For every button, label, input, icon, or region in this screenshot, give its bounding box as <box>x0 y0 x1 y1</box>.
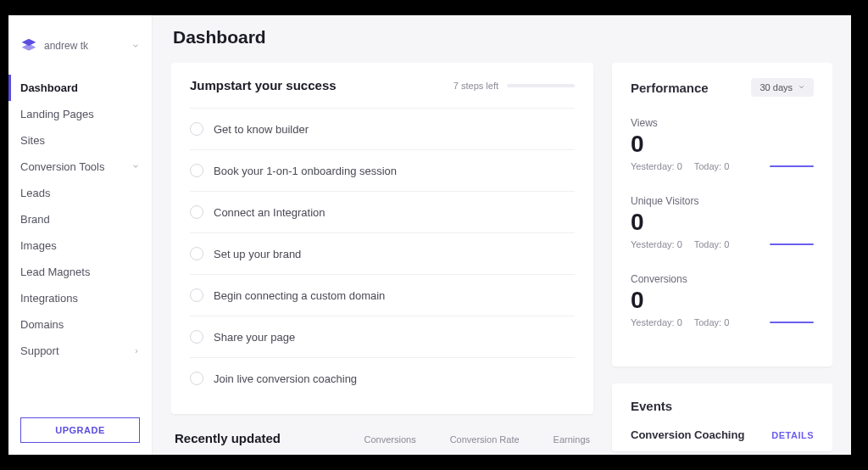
sidebar: andrew tk DashboardLanding PagesSitesCon… <box>8 15 153 455</box>
sidebar-item-label: Brand <box>20 213 50 226</box>
chevron-down-icon <box>131 160 140 173</box>
metric-label: Conversions <box>631 273 814 285</box>
date-range-label: 30 days <box>760 82 793 92</box>
metric-today: Today: 0 <box>694 161 730 171</box>
date-range-selector[interactable]: 30 days <box>751 78 814 97</box>
sidebar-item-brand[interactable]: Brand <box>8 206 152 232</box>
task-item[interactable]: Begin connecting a custom domain <box>190 274 575 316</box>
sidebar-item-label: Domains <box>20 318 64 331</box>
progress-bar <box>507 84 575 87</box>
column-header: Conversion Rate <box>450 434 520 445</box>
account-switcher[interactable]: andrew tk <box>8 27 152 75</box>
sidebar-item-label: Leads <box>20 187 50 199</box>
task-label: Set up your brand <box>214 248 301 260</box>
sidebar-item-domains[interactable]: Domains <box>8 311 152 338</box>
performance-title: Performance <box>631 81 709 95</box>
jumpstart-progress: 7 steps left <box>453 81 575 91</box>
checkbox-icon <box>190 122 203 136</box>
sidebar-item-label: Support <box>20 344 59 357</box>
sidebar-item-label: Conversion Tools <box>20 160 104 173</box>
metric-today: Today: 0 <box>694 317 730 327</box>
sidebar-item-label: Images <box>20 239 57 252</box>
recently-updated-section: Recently updated ConversionsConversion R… <box>171 431 593 445</box>
main-content: Dashboard Jumpstart your success 7 steps… <box>153 15 851 455</box>
checkbox-icon <box>190 164 203 177</box>
upgrade-button[interactable]: UPGRADE <box>20 417 140 443</box>
sidebar-item-label: Integrations <box>20 292 78 305</box>
task-item[interactable]: Join live conversion coaching <box>190 357 575 399</box>
account-name: andrew tk <box>44 40 125 52</box>
sidebar-item-images[interactable]: Images <box>8 232 152 259</box>
metric-label: Views <box>631 117 814 129</box>
checkbox-icon <box>190 247 203 260</box>
event-name: Conversion Coaching <box>631 428 744 441</box>
events-title: Events <box>631 399 814 413</box>
sidebar-item-dashboard[interactable]: Dashboard <box>8 75 152 101</box>
events-card: Events Conversion CoachingDETAILS <box>612 383 832 451</box>
task-label: Begin connecting a custom domain <box>214 289 385 302</box>
steps-left-text: 7 steps left <box>453 81 498 91</box>
task-item[interactable]: Book your 1-on-1 onboarding session <box>190 149 575 191</box>
task-item[interactable]: Set up your brand <box>190 232 575 274</box>
chevron-right-icon <box>133 344 140 357</box>
jumpstart-title: Jumpstart your success <box>190 78 337 92</box>
task-label: Connect an Integration <box>214 206 326 219</box>
task-label: Book your 1-on-1 onboarding session <box>214 165 397 177</box>
metric-today: Today: 0 <box>694 239 730 249</box>
sidebar-item-label: Landing Pages <box>20 108 94 120</box>
sidebar-item-label: Dashboard <box>20 81 78 94</box>
sidebar-nav: DashboardLanding PagesSitesConversion To… <box>8 75 152 364</box>
jumpstart-card: Jumpstart your success 7 steps left Get … <box>171 63 593 414</box>
sidebar-item-support[interactable]: Support <box>8 338 152 364</box>
page-title: Dashboard <box>173 27 832 48</box>
task-label: Share your page <box>214 331 295 344</box>
metric-value: 0 <box>631 210 814 234</box>
checkbox-icon <box>190 205 203 219</box>
sparkline <box>770 243 814 245</box>
logo-icon <box>20 37 37 54</box>
task-label: Get to know builder <box>214 123 309 136</box>
sidebar-item-lead-magnets[interactable]: Lead Magnets <box>8 259 152 285</box>
metric-value: 0 <box>631 132 814 156</box>
task-item[interactable]: Get to know builder <box>190 108 575 149</box>
column-header: Earnings <box>554 434 590 445</box>
checkbox-icon <box>190 330 203 344</box>
metric-block: Views0Yesterday: 0Today: 0 <box>631 117 814 171</box>
details-link[interactable]: DETAILS <box>771 430 814 440</box>
metric-yesterday: Yesterday: 0 <box>631 239 682 249</box>
sidebar-item-landing-pages[interactable]: Landing Pages <box>8 101 152 127</box>
chevron-down-icon <box>131 40 140 53</box>
app-frame: andrew tk DashboardLanding PagesSitesCon… <box>8 15 851 455</box>
metric-yesterday: Yesterday: 0 <box>631 161 682 171</box>
checkbox-icon <box>190 372 203 385</box>
sparkline <box>770 322 814 323</box>
event-row: Conversion CoachingDETAILS <box>631 428 814 441</box>
checkbox-icon <box>190 288 203 302</box>
sidebar-item-conversion-tools[interactable]: Conversion Tools <box>8 154 152 180</box>
metric-yesterday: Yesterday: 0 <box>631 317 682 327</box>
column-header: Conversions <box>364 434 416 445</box>
task-item[interactable]: Connect an Integration <box>190 191 575 232</box>
svg-marker-1 <box>22 44 36 51</box>
sidebar-item-sites[interactable]: Sites <box>8 127 152 154</box>
task-item[interactable]: Share your page <box>190 316 575 357</box>
metric-value: 0 <box>631 288 814 312</box>
metric-label: Unique Visitors <box>631 195 814 207</box>
metric-block: Conversions0Yesterday: 0Today: 0 <box>631 273 814 327</box>
sidebar-item-leads[interactable]: Leads <box>8 180 152 206</box>
performance-card: Performance 30 days Views0Yesterday: 0To… <box>612 63 832 366</box>
sparkline <box>770 165 814 167</box>
sidebar-item-integrations[interactable]: Integrations <box>8 285 152 311</box>
metric-block: Unique Visitors0Yesterday: 0Today: 0 <box>631 195 814 249</box>
task-label: Join live conversion coaching <box>214 372 357 385</box>
sidebar-item-label: Lead Magnets <box>20 266 90 278</box>
sidebar-item-label: Sites <box>20 134 45 147</box>
recently-updated-title: Recently updated <box>175 431 364 445</box>
chevron-down-icon <box>798 82 805 92</box>
